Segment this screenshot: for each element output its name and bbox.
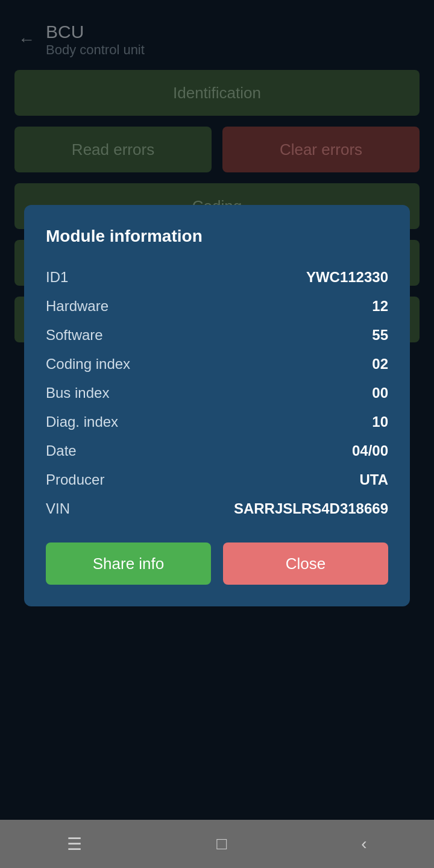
table-row: Bus index00: [46, 379, 388, 407]
info-label: Producer: [46, 471, 104, 488]
info-value: 04/00: [352, 442, 388, 459]
info-value: 12: [372, 298, 388, 315]
table-row: Software55: [46, 321, 388, 350]
info-label: Hardware: [46, 298, 108, 315]
info-label: Bus index: [46, 385, 109, 401]
info-label: VIN: [46, 500, 70, 517]
table-row: ID1YWC112330: [46, 263, 388, 292]
info-label: Coding index: [46, 356, 130, 373]
back-nav-icon[interactable]: ‹: [361, 834, 366, 854]
table-row: Hardware12: [46, 292, 388, 321]
table-row: Date04/00: [46, 436, 388, 465]
navigation-bar: ☰ □ ‹: [0, 820, 434, 868]
modal-overlay: Module information ID1YWC112330Hardware1…: [0, 0, 434, 868]
info-label: Software: [46, 327, 103, 344]
info-label: ID1: [46, 269, 68, 286]
menu-icon[interactable]: ☰: [67, 834, 82, 854]
info-value: UTA: [359, 471, 388, 488]
info-value: 55: [372, 327, 388, 344]
info-label: Date: [46, 442, 77, 459]
modal-buttons: Share info Close: [46, 542, 388, 585]
info-value: 00: [372, 385, 388, 401]
info-table: ID1YWC112330Hardware12Software55Coding i…: [46, 263, 388, 523]
table-row: VINSARRJSLRS4D318669: [46, 494, 388, 523]
table-row: Coding index02: [46, 350, 388, 379]
info-value: 02: [372, 356, 388, 373]
close-button[interactable]: Close: [223, 542, 388, 585]
info-value: SARRJSLRS4D318669: [234, 500, 388, 517]
share-info-button[interactable]: Share info: [46, 542, 211, 585]
modal-title: Module information: [46, 227, 388, 246]
home-icon[interactable]: □: [216, 834, 227, 854]
module-info-modal: Module information ID1YWC112330Hardware1…: [24, 205, 410, 606]
info-value: 10: [372, 414, 388, 430]
table-row: Diag. index10: [46, 407, 388, 436]
info-value: YWC112330: [306, 269, 388, 286]
info-label: Diag. index: [46, 414, 118, 430]
table-row: ProducerUTA: [46, 465, 388, 494]
